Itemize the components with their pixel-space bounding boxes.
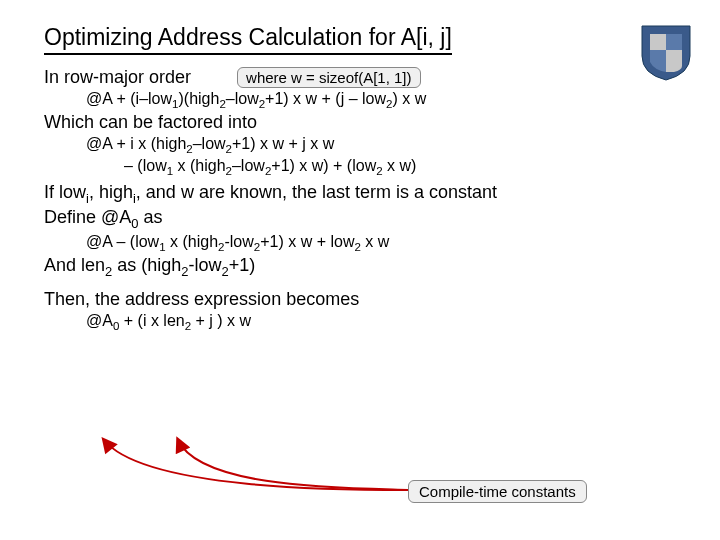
formula-2b: – (low1 x (high2–low2+1) x w) + (low2 x … <box>44 157 676 177</box>
define-a0-line: Define @A0 as <box>44 207 676 231</box>
formula-3: @A – (low1 x (high2-low2+1) x w + low2 x… <box>44 233 676 253</box>
formula-2a: @A + i x (high2–low2+1) x w + j x w <box>44 135 676 155</box>
slide-title: Optimizing Address Calculation for A[i, … <box>44 24 452 55</box>
factored-intro: Which can be factored into <box>44 112 676 133</box>
compile-time-constants-box: Compile-time constants <box>408 480 587 503</box>
arrow-to-a0-icon <box>84 430 424 500</box>
arrow-to-len2-icon <box>160 430 420 500</box>
final-formula: @A0 + (i x len2 + j ) x w <box>44 312 676 332</box>
row-major-label: In row-major order <box>44 67 191 88</box>
where-note-box: where w = sizeof(A[1, 1]) <box>237 67 420 88</box>
and-len-line: And len2 as (high2-low2+1) <box>44 255 676 279</box>
shield-logo-icon <box>640 22 692 82</box>
formula-1: @A + (i–low1)(high2–low2+1) x w + (j – l… <box>44 90 676 110</box>
then-intro: Then, the address expression becomes <box>44 289 676 310</box>
if-known-line: If lowi, highi, and w are known, the las… <box>44 182 676 206</box>
